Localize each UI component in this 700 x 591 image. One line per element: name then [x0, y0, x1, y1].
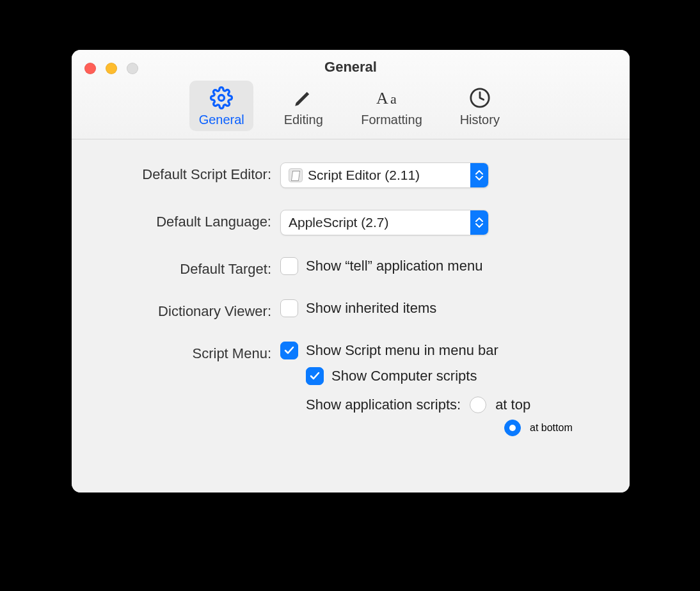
label-default-language: Default Language: — [97, 210, 280, 230]
label-default-target: Default Target: — [97, 257, 280, 278]
zoom-button — [127, 63, 138, 74]
radio-at-top[interactable] — [470, 397, 486, 413]
label-default-script-editor: Default Script Editor: — [97, 162, 280, 183]
radio-at-bottom[interactable] — [504, 420, 521, 436]
tab-formatting[interactable]: A a Formatting — [353, 81, 430, 131]
checkbox-label: Show Script menu in menu bar — [306, 342, 498, 359]
tab-label: Formatting — [361, 113, 422, 127]
toolbar-tabs: General Editing A a Formatting — [72, 81, 630, 139]
gear-icon — [210, 86, 233, 110]
script-editor-icon — [289, 168, 303, 182]
tab-general[interactable]: General — [189, 81, 253, 131]
checkbox-label: Show inherited items — [306, 300, 436, 317]
chevron-up-down-icon — [470, 210, 488, 235]
svg-text:a: a — [390, 91, 397, 107]
svg-point-0 — [219, 95, 225, 101]
show-computer-scripts-checkbox[interactable] — [306, 367, 324, 385]
chevron-up-down-icon — [470, 163, 488, 187]
default-script-editor-select[interactable]: Script Editor (2.11) — [280, 162, 489, 188]
select-value: Script Editor (2.11) — [308, 168, 420, 183]
tab-label: General — [199, 113, 244, 127]
window-title: General — [72, 59, 630, 81]
preferences-content: Default Script Editor: Script Editor (2.… — [72, 139, 630, 492]
svg-text:A: A — [376, 89, 388, 107]
tab-history[interactable]: History — [448, 81, 512, 131]
label-dictionary-viewer: Dictionary Viewer: — [97, 299, 280, 320]
radio-label: at top — [495, 397, 530, 413]
minimize-button[interactable] — [106, 63, 117, 74]
titlebar: General General Editing — [72, 50, 630, 139]
text-format-icon: A a — [376, 86, 407, 110]
default-language-select[interactable]: AppleScript (2.7) — [280, 210, 489, 235]
radio-label: at bottom — [530, 422, 573, 434]
tab-editing[interactable]: Editing — [271, 81, 335, 131]
tab-label: Editing — [284, 113, 323, 127]
show-tell-checkbox[interactable] — [280, 257, 298, 275]
tab-label: History — [460, 113, 500, 127]
checkbox-label: Show “tell” application menu — [306, 258, 482, 274]
label-script-menu: Script Menu: — [97, 342, 280, 362]
clock-icon — [469, 86, 491, 110]
traffic-lights — [84, 63, 138, 74]
preferences-window: General General Editing — [72, 50, 630, 492]
radio-header: Show application scripts: — [306, 397, 461, 413]
close-button[interactable] — [84, 63, 96, 74]
show-inherited-checkbox[interactable] — [280, 299, 298, 317]
select-value: AppleScript (2.7) — [289, 215, 388, 230]
show-script-menu-checkbox[interactable] — [280, 342, 298, 359]
pencil-icon — [292, 86, 314, 110]
checkbox-label: Show Computer scripts — [331, 368, 477, 384]
